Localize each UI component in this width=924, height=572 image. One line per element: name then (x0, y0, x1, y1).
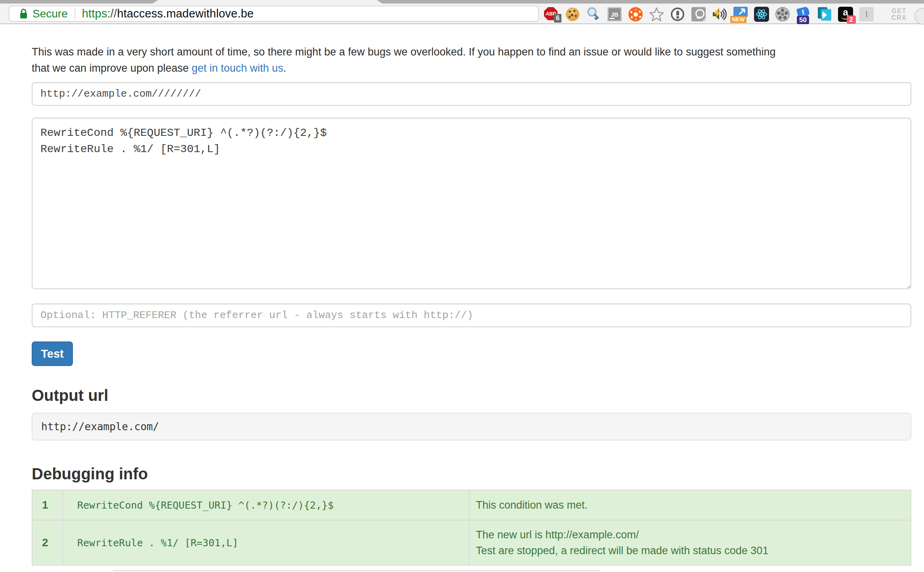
extension-icons: ABP 6 JB (544, 6, 874, 22)
htaccess-rules-textarea[interactable]: RewriteCond %{REQUEST_URI} ^(.*?)(?:/){2… (32, 118, 911, 289)
orange-hub-icon[interactable] (628, 6, 643, 22)
output-url-heading: Output url (32, 387, 911, 404)
intro-text: This was made in a very short amount of … (32, 44, 911, 76)
chip-divider (74, 9, 75, 19)
react-devtools-icon[interactable] (754, 6, 769, 22)
mute-speaker-icon[interactable] (712, 6, 727, 22)
bookmark-star-icon[interactable] (649, 6, 664, 22)
footer-divider (113, 570, 600, 571)
letter-i-icon[interactable]: I (859, 6, 874, 22)
rule-line-number: 1 (32, 490, 63, 520)
secure-label[interactable]: Secure (32, 8, 68, 20)
debug-table: 1 RewriteCond %{REQUEST_URI} ^(.*?)(?:/)… (32, 490, 911, 566)
output-url-value: http://example.com/ (32, 413, 911, 440)
rule-result: This condition was met. (469, 490, 911, 520)
get-crx-label[interactable]: GET CRX (885, 8, 913, 21)
active-tab[interactable] (153, 0, 382, 4)
amazon-badge: 2 (847, 15, 856, 24)
facebook-flag-icon[interactable]: f 50 (796, 6, 811, 22)
jetbrains-toolbox-icon[interactable]: JB (607, 6, 622, 22)
url-text[interactable]: https://htaccess.madewithlove.be (82, 7, 254, 20)
share-redirect-icon[interactable] (817, 6, 832, 22)
test-url-input[interactable] (32, 82, 911, 106)
page-content: This was made in a very short amount of … (0, 44, 924, 566)
browser-toolbar: Secure https://htaccess.madewithlove.be … (0, 4, 924, 24)
debugging-info-heading: Debugging info (32, 465, 911, 482)
keep-lightbulb-icon[interactable] (691, 6, 706, 22)
get-in-touch-link[interactable]: get in touch with us (192, 62, 283, 74)
profile-avatar-partial[interactable] (914, 8, 924, 25)
adblock-plus-icon[interactable]: ABP 6 (544, 6, 559, 22)
rule-text: RewriteRule . %1/ [R=301,L] (63, 520, 469, 565)
table-row: 1 RewriteCond %{REQUEST_URI} ^(.*?)(?:/)… (32, 490, 911, 520)
search-magnifier-icon[interactable] (586, 6, 601, 22)
film-reel-icon[interactable] (775, 6, 790, 22)
one-password-icon[interactable] (670, 6, 685, 22)
rule-result: The new url is http://example.com/ Test … (469, 520, 911, 565)
adblock-badge: 6 (554, 14, 561, 23)
tab-strip (0, 0, 924, 4)
rule-text: RewriteCond %{REQUEST_URI} ^(.*?)(?:/){2… (63, 490, 469, 520)
test-button[interactable]: Test (32, 341, 73, 366)
address-bar[interactable]: Secure https://htaccess.madewithlove.be (9, 6, 539, 22)
new-window-icon[interactable]: NEW (733, 6, 748, 22)
rule-line-number: 2 (32, 520, 63, 565)
lock-icon[interactable] (19, 8, 28, 20)
cookie-icon[interactable] (565, 6, 580, 22)
amazon-assistant-icon[interactable]: a 2 (838, 6, 853, 22)
referer-input[interactable] (32, 303, 911, 327)
new-badge: NEW (730, 16, 746, 23)
facebook-badge: 50 (797, 16, 809, 24)
table-row: 2 RewriteRule . %1/ [R=301,L] The new ur… (32, 520, 911, 565)
